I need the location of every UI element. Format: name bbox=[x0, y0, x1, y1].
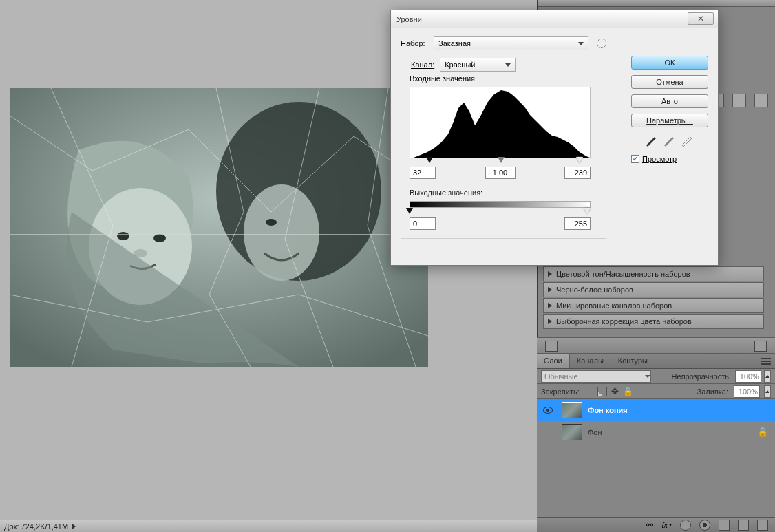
lock-all-icon[interactable]: 🔒 bbox=[623, 387, 633, 396]
svg-point-3 bbox=[266, 219, 277, 226]
eye-icon bbox=[543, 407, 553, 414]
auto-button[interactable]: Авто bbox=[631, 94, 708, 108]
layer-name-1: Фон копия bbox=[588, 406, 628, 414]
svg-rect-8 bbox=[10, 234, 428, 235]
layer-thumbnail-1[interactable] bbox=[562, 402, 582, 418]
input-white-field[interactable]: 239 bbox=[564, 167, 591, 179]
preview-label: Просмотр bbox=[642, 155, 677, 163]
opacity-field[interactable]: 100% bbox=[735, 370, 761, 383]
panel-icon-5[interactable] bbox=[754, 94, 768, 107]
fx-icon[interactable]: fx bbox=[661, 521, 668, 529]
input-black-field[interactable]: 32 bbox=[410, 167, 436, 179]
strip-icon-right[interactable] bbox=[754, 341, 767, 352]
visibility-toggle-1[interactable] bbox=[540, 402, 556, 418]
input-levels-label: Входные значения: bbox=[410, 74, 597, 83]
lock-position-icon[interactable]: ✥ bbox=[611, 386, 619, 396]
white-point-handle[interactable] bbox=[576, 157, 583, 163]
tab-layers[interactable]: Слои bbox=[537, 354, 570, 368]
link-layers-icon[interactable]: ⚯ bbox=[646, 520, 653, 530]
preset-select[interactable]: Заказная bbox=[434, 36, 588, 50]
visibility-toggle-2[interactable] bbox=[540, 424, 556, 440]
strip-icon-left[interactable] bbox=[545, 341, 558, 352]
photo-illustration bbox=[10, 88, 428, 367]
lock-icon: 🔒 bbox=[757, 427, 768, 437]
lock-label: Закрепить: bbox=[541, 387, 580, 396]
black-point-handle[interactable] bbox=[426, 157, 433, 163]
preset-hue-saturation[interactable]: Цветовой тон/Насыщенность наборов bbox=[543, 266, 764, 281]
input-slider[interactable] bbox=[410, 157, 591, 165]
channel-label: Канал: bbox=[411, 61, 434, 69]
panel-icon-4[interactable] bbox=[732, 94, 746, 107]
channel-select[interactable]: Красный bbox=[440, 58, 516, 72]
eyedropper-black-icon[interactable] bbox=[646, 137, 657, 148]
output-black-field[interactable]: 0 bbox=[410, 217, 436, 230]
channel-fieldset: Канал: Красный Входные значения: 32 1,00… bbox=[401, 63, 606, 239]
adjustment-layer-icon[interactable] bbox=[699, 520, 710, 531]
opacity-label: Непрозрачность: bbox=[672, 372, 731, 381]
svg-point-2 bbox=[244, 184, 319, 281]
eyedropper-gray-icon[interactable] bbox=[664, 137, 675, 148]
image-canvas[interactable] bbox=[10, 88, 428, 367]
options-button[interactable]: Параметры... bbox=[631, 114, 708, 127]
panel-menu-icon[interactable] bbox=[761, 357, 771, 366]
lock-transparent-icon[interactable] bbox=[584, 387, 593, 396]
fill-flyout[interactable] bbox=[764, 385, 771, 398]
dialog-title-text: Уровни bbox=[396, 15, 422, 23]
output-white-field[interactable]: 255 bbox=[564, 217, 591, 230]
preview-checkbox-row[interactable]: ✔ Просмотр bbox=[631, 155, 708, 163]
lock-row: Закрепить: ✥ 🔒 Заливка: 100% bbox=[537, 384, 775, 399]
lock-pixels-icon[interactable] bbox=[597, 387, 607, 396]
layer-item-background[interactable]: Фон 🔒 bbox=[537, 421, 775, 443]
gamma-handle[interactable] bbox=[498, 157, 505, 163]
layer-thumbnail-2[interactable] bbox=[562, 424, 582, 440]
doc-size-readout: Док: 724,2K/1,41M bbox=[4, 522, 68, 531]
tab-paths[interactable]: Контуры bbox=[611, 354, 655, 368]
preset-black-white[interactable]: Черно-белое наборов bbox=[543, 282, 764, 297]
group-icon[interactable] bbox=[719, 520, 730, 531]
layers-tabs: Слои Каналы Контуры bbox=[537, 354, 775, 369]
adjustment-preset-list: Цветовой тон/Насыщенность наборов Черно-… bbox=[543, 266, 764, 330]
blend-mode-select[interactable]: Обычные bbox=[541, 370, 651, 383]
close-button[interactable]: ✕ bbox=[688, 12, 714, 25]
layers-footer: ⚯ fx▾ bbox=[537, 517, 775, 532]
input-gamma-field[interactable]: 1,00 bbox=[485, 167, 516, 179]
cancel-button[interactable]: Отмена bbox=[631, 75, 708, 89]
layer-options-row: Обычные Непрозрачность: 100% bbox=[537, 369, 775, 384]
layers-panel: Слои Каналы Контуры Обычные Непрозрачнос… bbox=[537, 354, 775, 532]
dialog-right-column: ОК Отмена Авто Параметры... ✔ Просмотр bbox=[631, 56, 708, 163]
output-levels-label: Выходные значения: bbox=[410, 189, 597, 197]
ok-button[interactable]: ОК bbox=[631, 56, 708, 70]
status-bar: Док: 724,2K/1,41M bbox=[0, 520, 537, 532]
eyedropper-white-icon[interactable] bbox=[682, 137, 693, 148]
output-slider[interactable] bbox=[410, 208, 591, 216]
status-flyout-icon[interactable] bbox=[72, 524, 76, 529]
opacity-flyout[interactable] bbox=[764, 370, 771, 383]
tab-channels[interactable]: Каналы bbox=[570, 354, 611, 368]
fill-label: Заливка: bbox=[697, 387, 728, 396]
svg-point-5 bbox=[117, 232, 129, 240]
preset-selective-color[interactable]: Выборочная коррекция цвета наборов bbox=[543, 314, 764, 329]
mask-icon[interactable] bbox=[680, 520, 691, 531]
trash-icon[interactable] bbox=[757, 520, 768, 531]
layer-item-copy[interactable]: Фон копия bbox=[537, 399, 775, 421]
preset-label: Набор: bbox=[401, 39, 431, 47]
histogram[interactable] bbox=[410, 87, 591, 158]
output-gradient[interactable] bbox=[410, 201, 591, 208]
dialog-titlebar[interactable]: Уровни ✕ bbox=[391, 10, 718, 28]
preset-channel-mixer[interactable]: Микширование каналов наборов bbox=[543, 298, 764, 313]
layer-name-2: Фон bbox=[588, 428, 602, 436]
output-white-handle[interactable] bbox=[584, 208, 591, 214]
new-layer-icon[interactable] bbox=[738, 520, 749, 531]
mid-panel-strip bbox=[537, 337, 775, 354]
preset-menu-icon[interactable] bbox=[597, 39, 606, 48]
output-black-handle[interactable] bbox=[406, 208, 413, 214]
levels-dialog: Уровни ✕ Набор: Заказная Канал: Красный … bbox=[390, 10, 719, 266]
fill-field[interactable]: 100% bbox=[734, 385, 760, 398]
preview-checkbox[interactable]: ✔ bbox=[631, 155, 639, 163]
dock-top-strip bbox=[538, 0, 775, 7]
